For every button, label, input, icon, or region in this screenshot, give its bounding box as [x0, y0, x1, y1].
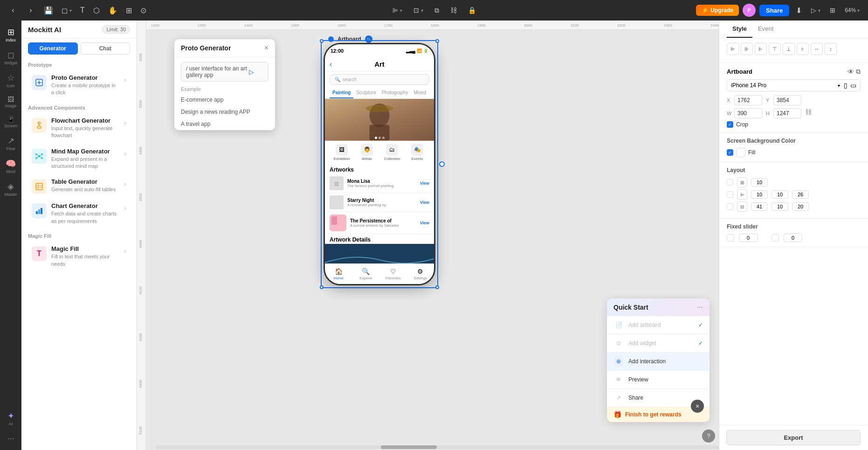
sidebar-item-ai[interactable]: ✦ AI: [1, 408, 21, 429]
chart-item[interactable]: Chart Generator Fetch data and create ch…: [25, 199, 133, 228]
sidebar-item-flow[interactable]: ↗ Flow: [1, 133, 21, 154]
layout-val-6[interactable]: [772, 202, 788, 211]
align-left-btn[interactable]: ⊫: [727, 43, 739, 55]
phone-tab-sculpture[interactable]: Sculpture: [353, 88, 379, 98]
sidebar-item-screen[interactable]: 📱 Screen: [1, 113, 21, 131]
align-middle-btn[interactable]: ⊥: [783, 43, 795, 55]
sel-handle-tl[interactable]: [320, 39, 324, 43]
more-tools-button[interactable]: ⊙: [138, 4, 149, 17]
landscape-icon[interactable]: ▭: [850, 82, 856, 89]
fixed-val-1[interactable]: [739, 234, 758, 242]
example-item-2[interactable]: Design a news reading APP: [174, 106, 275, 118]
artboard-visible-btn[interactable]: 👁: [847, 68, 854, 76]
phone-tab-painting[interactable]: Painting: [330, 88, 353, 98]
zoom-control[interactable]: 64% ▾: [842, 5, 862, 15]
component-tool-button[interactable]: ⊞: [123, 4, 135, 17]
proto-generator-item[interactable]: Proto Generator Create a mobile prototyp…: [25, 70, 133, 100]
horizontal-scrollbar[interactable]: [156, 445, 719, 449]
crop-checkbox[interactable]: ✓: [727, 121, 733, 128]
share-button[interactable]: Share: [759, 5, 789, 16]
artwork-view-2[interactable]: View: [420, 200, 429, 205]
align-right-btn[interactable]: ⊩: [755, 43, 767, 55]
layout-val-3[interactable]: [772, 190, 788, 199]
layout-val-7[interactable]: [792, 202, 809, 211]
layout-grid-icon[interactable]: ⊞: [737, 177, 747, 187]
export-button[interactable]: Export: [726, 430, 861, 445]
clone-button[interactable]: ⧉: [432, 5, 442, 16]
x-input[interactable]: [734, 95, 762, 105]
layout-check-2[interactable]: [727, 191, 733, 198]
align-center-btn[interactable]: ⊪: [741, 43, 753, 55]
layout-val-2[interactable]: [751, 190, 768, 199]
flowchart-item[interactable]: Flowchart Generator Input text, quickly …: [25, 113, 133, 143]
phone-tab-mixed[interactable]: Mixed: [411, 88, 429, 98]
sidebar-item-master[interactable]: ◈ Master: [1, 179, 21, 200]
example-item-1[interactable]: E-commerce app: [174, 94, 275, 106]
tab-generator[interactable]: Generator: [28, 42, 78, 55]
play-button[interactable]: ▷ ▾: [808, 5, 823, 16]
h-input[interactable]: [773, 108, 801, 118]
save-button[interactable]: 💾: [41, 4, 56, 17]
nav-favorites[interactable]: ♡ Favorites: [379, 264, 407, 284]
qs-item-interaction[interactable]: ⊕ Add interaction: [607, 353, 710, 371]
shape-tool-button[interactable]: ⬡: [90, 4, 103, 17]
align-button[interactable]: ⊫ ▾: [390, 5, 405, 16]
resize-handle-r[interactable]: [439, 161, 445, 167]
close-quickstart-btn[interactable]: ×: [691, 400, 704, 413]
qs-more-btn[interactable]: ···: [697, 303, 703, 312]
sidebar-item-index[interactable]: ⊞ Index: [1, 24, 21, 45]
color-swatch[interactable]: [736, 148, 745, 157]
nav-home[interactable]: 🏠 Home: [325, 264, 352, 284]
back-button[interactable]: ‹: [6, 4, 21, 17]
text-tool-button[interactable]: T: [77, 4, 88, 16]
help-button[interactable]: ?: [702, 429, 715, 443]
phone-search-bar[interactable]: 🔍 search: [330, 74, 429, 85]
grid-item-artists[interactable]: 👨 Artists: [355, 144, 379, 161]
sidebar-item-more[interactable]: ···: [1, 431, 21, 446]
magic-fill-item[interactable]: T Magic Fill Fill in text that meets you…: [25, 242, 133, 271]
panel-button[interactable]: ⊞: [827, 5, 838, 16]
tab-chat[interactable]: Chat: [81, 42, 131, 55]
table-item[interactable]: Table Generator Generate and auto-fill t…: [25, 174, 133, 198]
frame-tool-button[interactable]: ◻ ▾: [59, 4, 75, 17]
grid-item-events[interactable]: 🎭 Events: [405, 144, 429, 161]
download-button[interactable]: ⬇: [793, 4, 805, 17]
fill-checkbox[interactable]: ✓: [727, 149, 733, 156]
tab-style[interactable]: Style: [727, 21, 752, 38]
sidebar-item-image[interactable]: 🖼 Image: [1, 93, 21, 111]
proto-input-field[interactable]: / user interface for an art gallery app …: [181, 62, 269, 82]
tab-event[interactable]: Event: [752, 21, 779, 38]
example-item-3[interactable]: A travel app: [174, 118, 275, 130]
scrollbar-thumb[interactable]: [381, 445, 437, 449]
fixed-checkbox-2[interactable]: [772, 234, 779, 242]
artwork-view-3[interactable]: View: [420, 221, 429, 225]
layout-val-1[interactable]: [751, 178, 768, 187]
sidebar-item-widget[interactable]: ◻ Widget: [1, 47, 21, 68]
distribute-h-btn[interactable]: ↔: [811, 43, 823, 55]
share-link-button[interactable]: ⛓: [448, 5, 460, 16]
w-input[interactable]: [734, 108, 762, 118]
layout-val-5[interactable]: [751, 202, 768, 211]
layout-check-1[interactable]: [727, 179, 733, 186]
device-selector[interactable]: iPhone 14 Pro ▾ ▯ ▭: [727, 79, 861, 91]
sel-handle-bl[interactable]: [320, 285, 324, 289]
nav-explore[interactable]: 🔍 Explore: [352, 264, 380, 284]
artboard-layers-btn[interactable]: ⧉: [856, 68, 861, 76]
forward-button[interactable]: ›: [23, 4, 38, 17]
nav-settings[interactable]: ⚙ Settings: [407, 264, 434, 284]
frame-button2[interactable]: ⊡ ▾: [411, 5, 426, 16]
distribute-v-btn[interactable]: ↕: [825, 43, 837, 55]
artboard-play-btn[interactable]: ▷: [365, 35, 372, 43]
align-bottom-btn[interactable]: ⊦: [797, 43, 809, 55]
grid-item-collection[interactable]: 🗂 Collection: [380, 144, 404, 161]
fixed-val-2[interactable]: [784, 234, 802, 242]
sidebar-item-icon[interactable]: ☆ Icon: [1, 70, 21, 91]
hand-tool-button[interactable]: ✋: [105, 4, 120, 17]
upgrade-button[interactable]: ⚡ ⚡ Upgrade Upgrade: [696, 5, 739, 16]
lock-button[interactable]: 🔒: [465, 5, 479, 16]
fixed-checkbox-1[interactable]: [727, 234, 734, 242]
y-input[interactable]: [773, 95, 801, 105]
link-proportions-btn[interactable]: ⛓: [805, 108, 812, 118]
layout-row-icon[interactable]: ⊟: [737, 201, 747, 212]
portrait-icon[interactable]: ▯: [844, 82, 847, 89]
